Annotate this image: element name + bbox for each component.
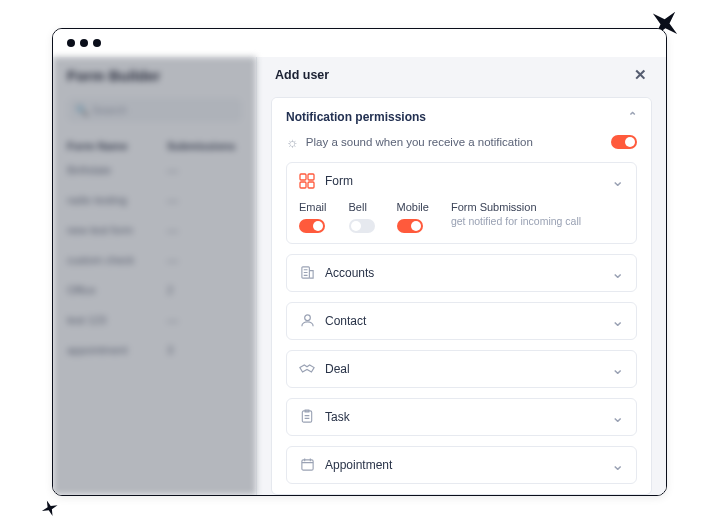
permission-group-form: Form ⌄ Email Bell: [286, 162, 637, 244]
section-title: Notification permissions: [286, 110, 426, 124]
svg-rect-6: [302, 411, 311, 422]
table-row: Office2: [67, 284, 242, 296]
chevron-down-icon: ⌄: [611, 460, 624, 470]
contact-icon: [299, 313, 315, 329]
form-icon: [299, 173, 315, 189]
svg-rect-0: [300, 174, 306, 180]
chevron-down-icon: ⌄: [611, 268, 624, 278]
table-row: custom check—: [67, 254, 242, 266]
permission-title: Accounts: [325, 266, 374, 280]
appointment-icon: [299, 457, 315, 473]
permission-group-accounts[interactable]: Accounts ⌄: [286, 254, 637, 292]
channel-label-bell: Bell: [349, 201, 375, 213]
permission-group-task[interactable]: Task ⌄: [286, 398, 637, 436]
play-sound-label: Play a sound when you receive a notifica…: [306, 136, 533, 148]
chevron-down-icon: ⌄: [611, 364, 624, 374]
svg-rect-2: [300, 182, 306, 188]
permission-group-contact[interactable]: Contact ⌄: [286, 302, 637, 340]
permission-header-form[interactable]: Form ⌄: [287, 163, 636, 199]
permission-group-appointment[interactable]: Appointment ⌄: [286, 446, 637, 484]
svg-rect-7: [301, 460, 312, 470]
channel-label-mobile: Mobile: [397, 201, 429, 213]
sound-sun-icon: ☼: [286, 134, 299, 150]
chevron-down-icon: ⌄: [611, 176, 624, 186]
window-dot-icon: [80, 39, 88, 47]
bell-toggle[interactable]: [349, 219, 375, 233]
permission-title: Task: [325, 410, 350, 424]
chevron-down-icon: ⌄: [611, 412, 624, 422]
form-submission-desc: get notified for incoming call: [451, 215, 581, 228]
permission-title: Contact: [325, 314, 366, 328]
page-title: Form Builder: [67, 67, 242, 84]
svg-rect-3: [308, 182, 314, 188]
search-input[interactable]: 🔍 Search: [67, 98, 242, 122]
window-titlebar: [53, 29, 666, 57]
permission-group-deal[interactable]: Deal ⌄: [286, 350, 637, 388]
play-sound-toggle[interactable]: [611, 135, 637, 149]
deal-icon: [299, 361, 315, 377]
background-form-builder: Form Builder 🔍 Search Form Name Submissi…: [53, 57, 256, 495]
table-row: new test form—: [67, 224, 242, 236]
table-row: radio testing—: [67, 194, 242, 206]
permission-title: Form: [325, 174, 353, 188]
accounts-icon: [299, 265, 315, 281]
window-dot-icon: [93, 39, 101, 47]
window-dot-icon: [67, 39, 75, 47]
close-icon[interactable]: ✕: [630, 65, 650, 85]
chevron-up-icon[interactable]: ⌃: [628, 110, 637, 123]
decoration-sparkle-small-icon: [37, 496, 63, 522]
channel-label-email: Email: [299, 201, 327, 213]
chevron-down-icon: ⌄: [611, 316, 624, 326]
mobile-toggle[interactable]: [397, 219, 423, 233]
panel-title: Add user: [275, 68, 329, 82]
svg-point-5: [304, 315, 310, 321]
permission-title: Appointment: [325, 458, 392, 472]
add-user-panel: Add user ✕ Notification permissions ⌃ ☼ …: [256, 57, 666, 495]
task-icon: [299, 409, 315, 425]
permission-title: Deal: [325, 362, 350, 376]
app-window: Form Builder 🔍 Search Form Name Submissi…: [52, 28, 667, 496]
svg-rect-1: [308, 174, 314, 180]
email-toggle[interactable]: [299, 219, 325, 233]
form-submission-label: Form Submission: [451, 201, 581, 213]
table-row: appointment3: [67, 344, 242, 356]
table-row: Birthdate—: [67, 164, 242, 176]
table-row: test 123—: [67, 314, 242, 326]
